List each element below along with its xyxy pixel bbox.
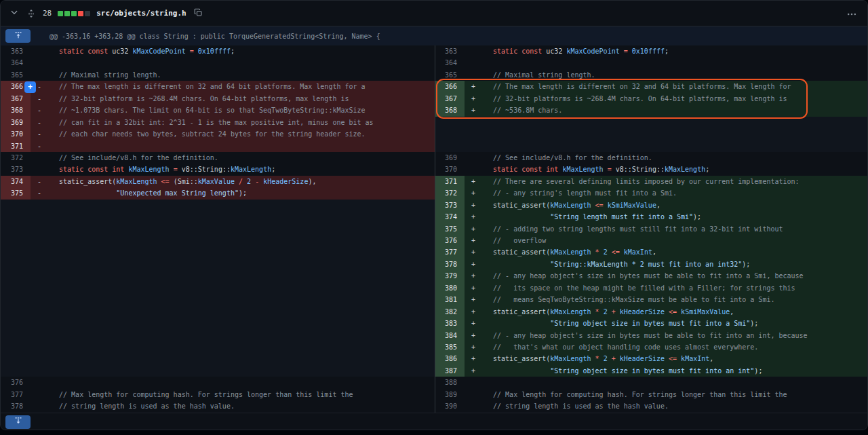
code-token: uc32 <box>542 45 566 57</box>
copy-path-button[interactable] <box>193 7 204 20</box>
line-number[interactable]: 383 <box>435 318 465 329</box>
diff-marker <box>31 246 51 258</box>
line-number[interactable]: 368 <box>435 105 465 116</box>
expand-down-button[interactable] <box>5 415 31 429</box>
diff-line <box>31 365 435 377</box>
line-number[interactable]: 377 <box>435 246 465 258</box>
line-number[interactable]: 381 <box>435 294 465 305</box>
code-token: // overflow <box>485 235 546 246</box>
line-number[interactable]: 386 <box>435 353 465 364</box>
line-number[interactable]: 384 <box>435 330 465 341</box>
line-number[interactable]: 369 <box>435 152 465 164</box>
line-number[interactable]: 373 <box>435 200 465 211</box>
collapse-file-button[interactable] <box>9 7 20 20</box>
code-token: ); <box>239 187 247 199</box>
line-number[interactable]: 364 <box>435 57 465 69</box>
line-number[interactable]: 363 <box>1 45 31 57</box>
line-number[interactable]: 370 <box>435 164 465 175</box>
line-number[interactable]: 379 <box>435 270 465 282</box>
diff-marker: + <box>465 259 485 270</box>
code-token: , <box>656 200 660 211</box>
diff-marker: + <box>465 330 485 341</box>
line-number <box>435 128 465 140</box>
file-options-button[interactable] <box>846 7 858 20</box>
code-token: kMaxLength <box>116 176 157 187</box>
code-token: (Smi:: <box>170 176 198 187</box>
code-token: // each char needs two bytes, subtract 2… <box>51 128 366 140</box>
line-number[interactable]: 385 <box>435 341 465 353</box>
diff-line: // Maximal string length. <box>465 69 868 81</box>
line-number[interactable]: 378 <box>1 400 31 412</box>
line-number[interactable]: 375 <box>1 187 31 199</box>
line-number[interactable]: 382 <box>435 306 465 318</box>
line-number[interactable]: 387 <box>435 365 465 377</box>
code-token: 0x10ffff <box>632 45 665 57</box>
line-number[interactable]: 388 <box>435 377 465 388</box>
diffstat-square <box>85 11 90 16</box>
diff-line: - // 32-bit platform is ~268.4M chars. O… <box>31 93 435 105</box>
expand-up-button[interactable] <box>5 29 31 43</box>
diff-marker: - <box>31 140 51 152</box>
code-token: kMaxLength <box>550 353 591 364</box>
diff-line: // string length is used as the hash val… <box>465 400 868 412</box>
line-number[interactable]: 363 <box>435 45 465 57</box>
line-number[interactable]: 368 <box>1 105 31 116</box>
diff-line: + // ~536.8M chars. <box>465 105 868 116</box>
diff-line <box>31 330 435 341</box>
line-number[interactable]: 367 <box>435 93 465 105</box>
line-number[interactable]: 376 <box>1 377 31 388</box>
diff-marker <box>31 341 51 353</box>
line-number[interactable]: 378 <box>435 259 465 270</box>
code-token: kMaxInt <box>624 246 652 258</box>
line-number <box>1 306 31 318</box>
line-number[interactable]: 375 <box>435 223 465 235</box>
diff-marker <box>31 223 51 235</box>
line-number[interactable]: 376 <box>435 235 465 246</box>
code-token: // See include/v8.h for the definition. <box>51 152 218 164</box>
diff-line: + // means SeqTwoByteString::kMaxSize mu… <box>465 294 868 305</box>
diff-marker <box>31 211 51 223</box>
line-number[interactable]: 372 <box>1 152 31 164</box>
code-token: static_assert( <box>485 200 550 211</box>
diff-line <box>31 211 435 223</box>
line-number[interactable]: 380 <box>435 282 465 294</box>
diff-marker: + <box>465 81 485 92</box>
diff-marker: + <box>465 211 485 223</box>
diff-marker <box>31 57 51 69</box>
diff-marker: - <box>31 117 51 128</box>
line-number[interactable]: 364 <box>1 57 31 69</box>
add-comment-button[interactable]: + <box>24 81 36 93</box>
line-number[interactable]: 365 <box>435 69 465 81</box>
line-number <box>1 365 31 377</box>
diff-marker <box>31 318 51 329</box>
line-number[interactable]: 366 <box>435 81 465 92</box>
line-number[interactable]: 365 <box>1 69 31 81</box>
line-number[interactable]: 371 <box>435 176 465 187</box>
line-number[interactable]: 371 <box>1 140 31 152</box>
line-number[interactable]: 374 <box>435 211 465 223</box>
diff-line: + // 32-bit platforms is ~268.4M chars. … <box>465 93 868 105</box>
code-token: ; <box>665 45 669 57</box>
line-number[interactable]: 377 <box>1 389 31 400</box>
line-number[interactable]: 372 <box>435 187 465 199</box>
line-number[interactable]: 390 <box>435 400 465 412</box>
diff-line: - static_assert(kMaxLength <= (Smi::kMax… <box>31 176 435 187</box>
line-number[interactable]: 370 <box>1 128 31 140</box>
line-number[interactable]: 369 <box>1 117 31 128</box>
unfold-all-icon[interactable] <box>26 7 37 20</box>
code-token: // string length is used as the hash val… <box>51 400 235 412</box>
code-token: static const int <box>485 164 558 175</box>
diff-marker <box>31 400 51 412</box>
line-number[interactable]: 389 <box>435 389 465 400</box>
diff-line: // See include/v8.h for the definition. <box>31 152 435 164</box>
diff-body: 363 static const uc32 kMaxCodePoint = 0x… <box>1 45 867 413</box>
diff-line <box>31 377 435 388</box>
diff-marker: + <box>465 353 485 364</box>
line-number[interactable]: 373 <box>1 164 31 175</box>
line-number[interactable]: 374 <box>1 176 31 187</box>
line-number[interactable]: 367 <box>1 93 31 105</box>
diff-marker <box>31 294 51 305</box>
code-token: kHeaderSize <box>263 176 308 187</box>
diff-marker: + <box>465 306 485 318</box>
diff-line <box>31 318 435 329</box>
